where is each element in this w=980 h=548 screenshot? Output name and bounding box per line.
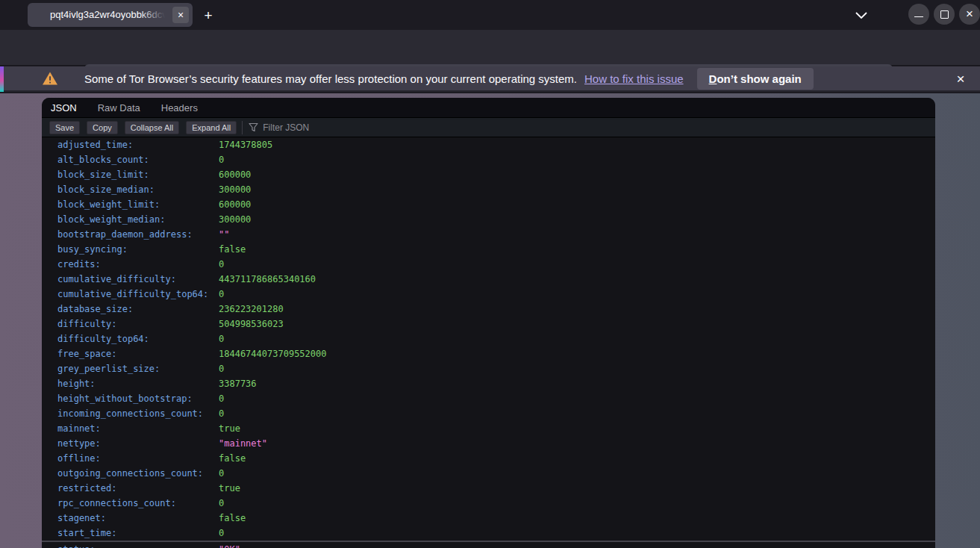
json-key: block_weight_limit:: [57, 197, 219, 212]
json-key: credits:: [57, 257, 219, 272]
json-row[interactable]: nettype:"mainnet": [42, 436, 935, 451]
json-value: 0: [219, 393, 224, 404]
json-row[interactable]: bootstrap_daemon_address:"": [42, 227, 935, 242]
json-value: 0: [219, 259, 224, 270]
json-value: "mainnet": [219, 438, 267, 449]
json-key: database_size:: [57, 302, 219, 317]
minimize-icon: [914, 16, 923, 17]
filter-json-input[interactable]: [263, 122, 487, 133]
json-value: true: [219, 483, 240, 493]
json-row[interactable]: block_size_median:300000: [42, 182, 935, 197]
security-notification-bar: Some of Tor Browser’s security features …: [0, 66, 980, 92]
tab-json[interactable]: JSON: [51, 102, 77, 113]
expand-all-button[interactable]: Expand All: [186, 121, 237, 134]
json-value: 0: [219, 364, 224, 374]
json-row[interactable]: free_space:18446744073709552000: [42, 346, 935, 361]
json-value: false: [219, 244, 246, 255]
json-row[interactable]: height_without_bootstrap:0: [42, 391, 935, 406]
browser-window: pqt4ivlg3a2wr4oyobbk6dcvcfkkdyrwro3sbq2u…: [0, 0, 980, 548]
json-row[interactable]: adjusted_time:1744378805: [42, 137, 935, 152]
chevron-down-icon: [855, 12, 867, 19]
json-key: cumulative_difficulty_top64:: [57, 287, 219, 302]
json-value: 0: [219, 289, 224, 299]
window-maximize-button[interactable]: [934, 4, 955, 25]
json-key: difficulty_top64:: [57, 331, 219, 346]
json-row[interactable]: credits:0: [42, 257, 935, 272]
json-value: 300000: [219, 184, 251, 195]
json-row[interactable]: alt_blocks_count:0: [42, 152, 935, 167]
funnel-icon: [249, 122, 258, 132]
save-button[interactable]: Save: [49, 121, 80, 134]
json-key: cumulative_difficulty:: [57, 272, 219, 287]
json-key: difficulty:: [57, 317, 219, 331]
json-key: block_size_limit:: [57, 167, 219, 182]
tab-bar: pqt4ivlg3a2wr4oyobbk6dcvcfkkdyrwro3sbq2u…: [0, 0, 980, 30]
browser-tab[interactable]: pqt4ivlg3a2wr4oyobbk6dcvcfkkdyrwro3sbq2u…: [28, 3, 193, 27]
notification-accent-stripe: [0, 66, 4, 92]
copy-button[interactable]: Copy: [87, 121, 118, 134]
json-key: height:: [57, 376, 219, 391]
notification-close-button[interactable]: ×: [951, 69, 970, 89]
json-row-partial[interactable]: status:"OK": [42, 542, 935, 548]
json-value: 600000: [219, 169, 251, 180]
json-value: 0: [219, 468, 224, 479]
json-row[interactable]: height:3387736: [42, 376, 935, 391]
json-value: 0: [219, 528, 224, 538]
json-key: busy_syncing:: [57, 242, 219, 257]
json-row[interactable]: offline:false: [42, 451, 935, 466]
json-key: free_space:: [57, 346, 219, 361]
json-row[interactable]: database_size:236223201280: [42, 302, 935, 317]
json-value: 3387736: [219, 379, 257, 389]
json-row[interactable]: block_weight_median:300000: [42, 212, 935, 227]
json-value: "": [219, 229, 229, 240]
json-row[interactable]: grey_peerlist_size:0: [42, 361, 935, 376]
json-value: 18446744073709552000: [219, 349, 327, 359]
notification-message: Some of Tor Browser’s security features …: [84, 72, 577, 85]
json-value: 0: [219, 334, 224, 344]
json-row[interactable]: outgoing_connections_count:0: [42, 466, 935, 481]
json-key: adjusted_time:: [57, 137, 219, 152]
tab-raw-data[interactable]: Raw Data: [98, 102, 140, 113]
json-row[interactable]: incoming_connections_count:0: [42, 406, 935, 421]
json-value: 443711786865340160: [219, 274, 316, 284]
json-value: 0: [219, 155, 224, 165]
json-value: true: [219, 423, 240, 434]
json-key: block_weight_median:: [57, 212, 219, 227]
json-row[interactable]: block_size_limit:600000: [42, 167, 935, 182]
json-row[interactable]: cumulative_difficulty:443711786865340160: [42, 272, 935, 287]
json-row[interactable]: mainnet:true: [42, 421, 935, 436]
json-value: 0: [219, 498, 224, 508]
json-key: nettype:: [57, 436, 219, 451]
json-row[interactable]: difficulty:504998536023: [42, 317, 935, 331]
json-key: rpc_connections_count:: [57, 496, 219, 511]
toolbar-separator: [242, 121, 243, 134]
json-row[interactable]: cumulative_difficulty_top64:0: [42, 287, 935, 302]
json-row[interactable]: difficulty_top64:0: [42, 331, 935, 346]
json-viewer-tabs: JSON Raw Data Headers: [42, 98, 935, 118]
maximize-icon: [940, 10, 949, 19]
collapse-all-button[interactable]: Collapse All: [125, 121, 179, 134]
json-key: restricted:: [57, 481, 219, 496]
json-key: grey_peerlist_size:: [57, 361, 219, 376]
json-viewer-toolbar: Save Copy Collapse All Expand All: [42, 118, 935, 137]
json-row[interactable]: restricted:true: [42, 481, 935, 496]
json-value: 236223201280: [219, 304, 284, 314]
notification-help-link[interactable]: How to fix this issue: [584, 72, 684, 85]
tab-headers[interactable]: Headers: [161, 102, 198, 113]
json-value: 1744378805: [219, 140, 272, 150]
json-row[interactable]: block_weight_limit:600000: [42, 197, 935, 212]
window-minimize-button[interactable]: [908, 4, 929, 25]
dont-show-again-button[interactable]: Don’t show again: [697, 68, 814, 90]
json-row[interactable]: rpc_connections_count:0: [42, 496, 935, 511]
content-area: JSON Raw Data Headers Save Copy Collapse…: [0, 93, 980, 548]
new-tab-button[interactable]: +: [199, 6, 218, 25]
tab-close-button[interactable]: ×: [172, 7, 189, 23]
json-row[interactable]: stagenet:false: [42, 511, 935, 526]
json-value: 504998536023: [219, 319, 284, 329]
json-row[interactable]: busy_syncing:false: [42, 242, 935, 257]
window-close-button[interactable]: ×: [959, 4, 980, 25]
json-value: 300000: [219, 214, 251, 225]
json-row[interactable]: start_time:0: [42, 526, 935, 541]
json-key: incoming_connections_count:: [57, 406, 219, 421]
list-all-tabs-button[interactable]: [851, 6, 872, 24]
